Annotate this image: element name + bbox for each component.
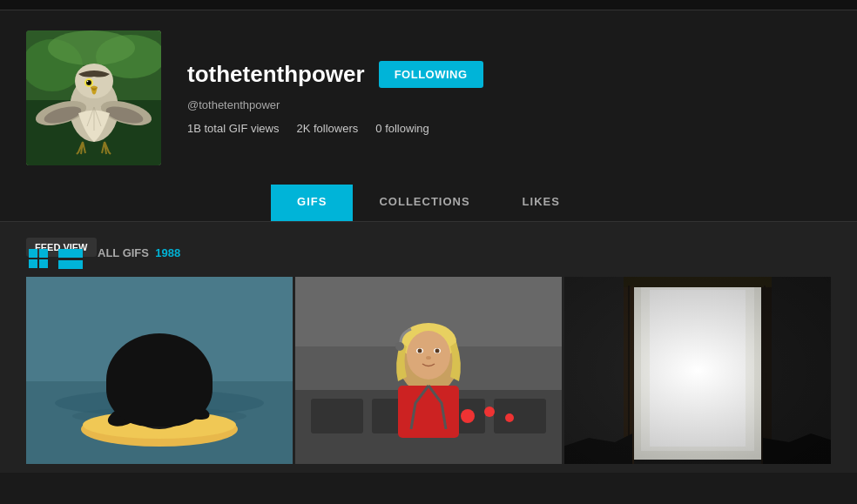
svg-rect-67 bbox=[564, 277, 831, 464]
svg-point-48 bbox=[435, 349, 440, 353]
profile-info: tothetenthpower FOLLOWING @tothetenthpow… bbox=[187, 61, 483, 135]
svg-point-49 bbox=[426, 356, 431, 360]
all-gifs-label: ALL GIFS 1988 bbox=[98, 246, 180, 272]
svg-rect-19 bbox=[39, 249, 48, 258]
controls-row: FEED VIEW ALL GIFS 1988 bbox=[26, 231, 831, 272]
svg-point-30 bbox=[129, 386, 190, 429]
top-bar bbox=[0, 0, 857, 10]
profile-name-row: tothetenthpower FOLLOWING bbox=[187, 61, 483, 88]
content-area: FEED VIEW ALL GIFS 1988 bbox=[0, 222, 857, 473]
svg-rect-18 bbox=[29, 249, 37, 258]
svg-point-53 bbox=[484, 407, 495, 417]
svg-point-4 bbox=[48, 30, 135, 65]
svg-point-52 bbox=[461, 409, 475, 423]
tab-collections[interactable]: COLLECTIONS bbox=[353, 185, 496, 221]
svg-point-46 bbox=[418, 349, 422, 353]
svg-rect-23 bbox=[58, 260, 83, 269]
svg-point-29 bbox=[83, 411, 236, 439]
profile-username: tothetenthpower bbox=[187, 61, 365, 88]
profile-section: tothetenthpower FOLLOWING @tothetenthpow… bbox=[0, 10, 857, 185]
gif-grid bbox=[26, 277, 831, 464]
list-view-icon[interactable] bbox=[57, 246, 84, 272]
svg-rect-50 bbox=[398, 386, 459, 438]
svg-point-32 bbox=[144, 370, 175, 401]
follow-button[interactable]: FOLLOWING bbox=[379, 61, 483, 88]
svg-rect-38 bbox=[311, 399, 363, 433]
svg-point-14 bbox=[87, 80, 89, 82]
avatar bbox=[26, 30, 161, 165]
profile-handle: @tothetenthpower bbox=[187, 98, 483, 111]
tab-navigation: GIFS COLLECTIONS LIKES bbox=[0, 185, 857, 222]
svg-rect-20 bbox=[29, 259, 37, 268]
grid-view-icon[interactable] bbox=[26, 246, 52, 272]
profile-stats: 1B total GIF views 2K followers 0 follow… bbox=[187, 122, 483, 135]
gif-item-3[interactable] bbox=[564, 277, 831, 464]
svg-rect-41 bbox=[494, 399, 546, 433]
svg-rect-25 bbox=[26, 381, 293, 464]
stat-gif-views: 1B total GIF views bbox=[187, 122, 279, 135]
gif-item-1[interactable] bbox=[26, 277, 293, 464]
all-gifs-count: 1988 bbox=[155, 246, 180, 259]
svg-point-31 bbox=[142, 379, 177, 410]
svg-rect-22 bbox=[58, 249, 83, 258]
tab-gifs[interactable]: GIFS bbox=[271, 185, 353, 221]
gif-item-2[interactable] bbox=[295, 277, 562, 464]
svg-point-51 bbox=[395, 342, 404, 351]
view-icons: ALL GIFS 1988 bbox=[26, 246, 180, 272]
svg-point-54 bbox=[505, 413, 514, 422]
svg-point-44 bbox=[407, 331, 450, 380]
svg-rect-21 bbox=[39, 259, 48, 268]
tab-likes[interactable]: LIKES bbox=[496, 185, 586, 221]
stat-followers: 2K followers bbox=[296, 122, 358, 135]
stat-following: 0 following bbox=[375, 122, 428, 135]
